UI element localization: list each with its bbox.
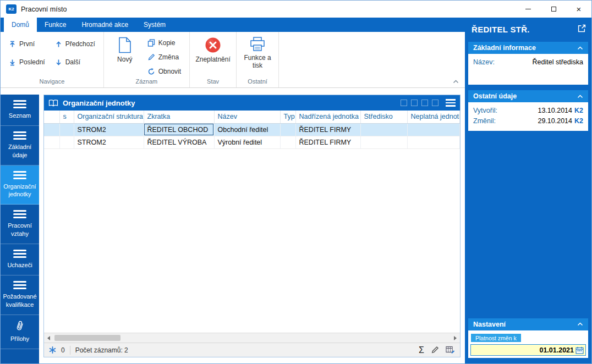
validity-date-input[interactable]: 01.01.2021 <box>470 344 586 356</box>
tab-domu[interactable]: Domů <box>4 18 37 32</box>
grid-menu-icon[interactable] <box>446 99 456 107</box>
sidebar-item-pracovni-vztahy[interactable]: Pracovní vztahy <box>1 205 39 244</box>
functions-print-button[interactable]: Funkce a tisk <box>240 33 275 77</box>
cell-nazev[interactable]: Obchodní ředitel <box>214 123 280 136</box>
sidebar-item-prilohy[interactable]: Přílohy <box>1 315 39 349</box>
sidebar-item-uchazeci[interactable]: Uchazeči <box>1 244 39 275</box>
grid-header: Organizační jednotky <box>44 95 460 111</box>
minimize-icon <box>525 9 531 9</box>
cell-s[interactable] <box>59 123 74 136</box>
open-in-window-button[interactable] <box>578 24 586 35</box>
functions-print-label: Funkce a tisk <box>240 54 275 70</box>
col-selector[interactable] <box>44 111 59 123</box>
table-settings-icon[interactable] <box>446 346 455 354</box>
sidebar-item-pozadovane-kvalifikace[interactable]: Požadované kvalifikace <box>1 275 39 315</box>
header-tool-2[interactable] <box>411 100 418 106</box>
book-icon <box>48 100 58 107</box>
sidebar-item-label: Pracovní vztahy <box>2 222 38 238</box>
new-button[interactable]: Nový <box>107 33 142 77</box>
chevron-up-icon <box>577 322 583 326</box>
changed-user-badge[interactable]: K2 <box>574 116 583 126</box>
last-label: Poslední <box>19 58 45 66</box>
group-label-navigace: Navigace <box>1 77 103 87</box>
cell-zkratka[interactable]: ŘEDITEL VÝROBA <box>144 136 214 148</box>
section-other-info[interactable]: Ostatní údaje <box>468 90 588 102</box>
sidebar-item-seznam[interactable]: Seznam <box>1 95 39 126</box>
tasks-icon[interactable] <box>49 346 56 354</box>
invalidate-button[interactable]: Zneplatnění <box>193 33 233 77</box>
cell-nadrizena-jednotka[interactable]: ŘEDITEL FIRMY <box>295 123 360 136</box>
arrow-up-icon <box>55 41 62 48</box>
change-button[interactable]: Změna <box>145 52 184 63</box>
cell-s[interactable] <box>59 136 74 148</box>
refresh-label: Obnovit <box>158 68 181 75</box>
sum-button[interactable]: Σ <box>419 346 424 355</box>
sidebar-item-label: Seznam <box>9 112 31 119</box>
previous-button[interactable]: Předchozí <box>52 38 98 49</box>
edit-icon[interactable] <box>431 346 439 354</box>
sidebar-item-zakladni-udaje[interactable]: Základní údaje <box>1 126 39 166</box>
next-label: Další <box>65 58 80 66</box>
sidebar-item-organizacni-jednotky[interactable]: Organizační jednotky <box>1 166 39 205</box>
grid-panel: Organizační jednotky <box>43 95 461 357</box>
scroll-left-button[interactable] <box>44 333 53 343</box>
cell-typ[interactable] <box>280 123 295 136</box>
table-row[interactable]: STROM2 ŘEDITEL VÝROBA Výrobní ředitel ŘE… <box>44 136 460 148</box>
section-title: Ostatní údaje <box>473 92 517 100</box>
cell-selector[interactable] <box>44 136 59 148</box>
cell-zkratka[interactable]: ŘEDITEL OBCHOD <box>144 123 214 136</box>
col-org-struktura[interactable]: Organizační struktura <box>74 111 144 123</box>
menu-icon <box>13 250 26 258</box>
close-icon: × <box>577 5 582 13</box>
cell-neplatna-jednotka[interactable] <box>407 136 460 148</box>
next-button[interactable]: Další <box>52 57 98 68</box>
cell-org-struktura[interactable]: STROM2 <box>74 123 144 136</box>
window-title: Pracovní místo <box>21 5 67 13</box>
cell-stredisko[interactable] <box>360 123 407 136</box>
cell-nazev[interactable]: Výrobní ředitel <box>214 136 280 148</box>
created-value: 13.10.2014 <box>538 106 572 116</box>
col-s[interactable]: s <box>59 111 74 123</box>
header-tool-4[interactable] <box>432 100 438 106</box>
cell-org-struktura[interactable]: STROM2 <box>74 136 144 148</box>
minimize-button[interactable] <box>516 1 541 18</box>
last-button[interactable]: Poslední <box>6 57 48 68</box>
table-row[interactable]: STROM2 ŘEDITEL OBCHOD Obchodní ředitel Ř… <box>44 123 460 136</box>
detail-panel-header: ŘEDITEL STŘ. <box>468 20 588 42</box>
tab-hromadne-akce[interactable]: Hromadné akce <box>74 18 136 32</box>
first-label: První <box>19 40 35 48</box>
col-typ[interactable]: Typ <box>280 111 295 123</box>
col-zkratka[interactable]: Zkratka <box>144 111 214 123</box>
maximize-button[interactable] <box>541 1 566 18</box>
tab-system[interactable]: Systém <box>136 18 173 32</box>
cell-selector[interactable] <box>44 123 59 136</box>
invalidate-label: Zneplatnění <box>195 56 230 64</box>
copy-button[interactable]: Kopie <box>145 37 184 48</box>
col-neplatna-jednotka[interactable]: Neplatná jednotka <box>407 111 460 123</box>
tab-funkce[interactable]: Funkce <box>37 18 74 32</box>
collapse-ribbon-button[interactable] <box>451 78 461 85</box>
col-nadrizena-jednotka[interactable]: Nadřízená jednotka <box>295 111 360 123</box>
col-nazev[interactable]: Název <box>214 111 280 123</box>
section-settings[interactable]: Nastavení <box>468 318 588 330</box>
scroll-right-button[interactable] <box>451 333 460 343</box>
calendar-icon[interactable] <box>575 346 584 354</box>
cell-neplatna-jednotka[interactable] <box>407 123 460 136</box>
statusbar: 0 Počet záznamů: 2 Σ <box>44 343 460 357</box>
header-tool-1[interactable] <box>401 100 407 106</box>
created-user-badge[interactable]: K2 <box>574 106 583 116</box>
grid-title: Organizační jednotky <box>63 99 135 107</box>
col-stredisko[interactable]: Středisko <box>360 111 407 123</box>
section-basic-info[interactable]: Základní informace <box>468 42 588 54</box>
cell-nadrizena-jednotka[interactable]: ŘEDITEL FIRMY <box>295 136 360 148</box>
record-count: Počet záznamů: 2 <box>75 346 128 354</box>
cell-typ[interactable] <box>280 136 295 148</box>
header-tool-3[interactable] <box>421 100 428 106</box>
refresh-button[interactable]: Obnovit <box>145 66 184 77</box>
first-button[interactable]: První <box>6 38 48 49</box>
app-logo-icon: K2 <box>6 4 17 14</box>
scrollbar-thumb[interactable] <box>54 335 120 341</box>
close-button[interactable]: × <box>566 1 591 18</box>
cell-stredisko[interactable] <box>360 136 407 148</box>
name-value[interactable]: Ředitel střediska <box>533 57 583 68</box>
